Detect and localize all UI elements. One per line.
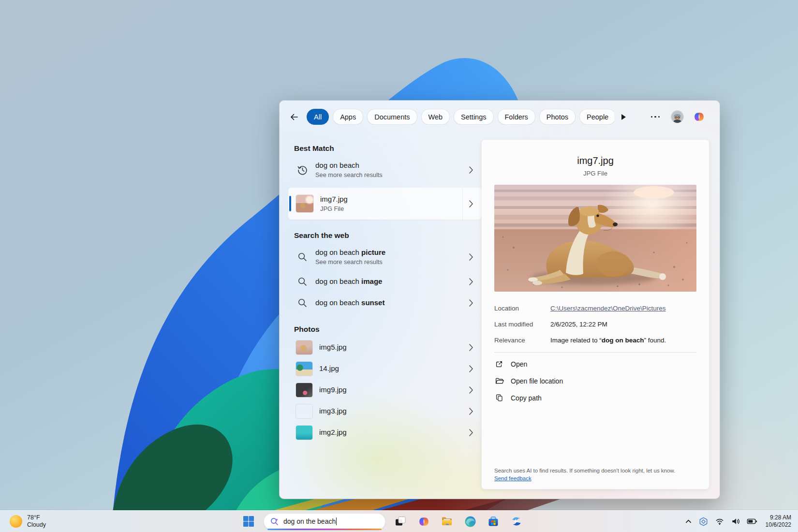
- edge-icon: [464, 516, 476, 528]
- action-open-file-location[interactable]: Open file location: [494, 372, 696, 389]
- copilot-taskbar-button[interactable]: [415, 513, 432, 530]
- expand-result-button[interactable]: [462, 188, 479, 220]
- tab-settings[interactable]: Settings: [454, 109, 493, 125]
- microsoft-store-button[interactable]: [485, 513, 502, 530]
- detail-label: Location: [494, 304, 550, 313]
- suggestion-subtitle: See more search results: [315, 258, 463, 266]
- tab-web[interactable]: Web: [421, 109, 450, 125]
- web-suggestion-sunset[interactable]: dog on beach sunset: [288, 292, 481, 313]
- detail-label: Last modified: [494, 320, 550, 329]
- copilot-icon[interactable]: [693, 111, 705, 123]
- expand-photo-button[interactable]: [463, 337, 479, 358]
- search-filter-tab-bar: All Apps Documents Web Settings Folders …: [280, 101, 720, 128]
- more-options-button[interactable]: [649, 114, 662, 120]
- action-copy-path[interactable]: Copy path: [494, 389, 696, 406]
- photos-header: Photos: [294, 325, 481, 334]
- detail-value: 2/6/2025, 12:22 PM: [550, 320, 607, 329]
- tab-all[interactable]: All: [307, 109, 329, 125]
- volume-icon[interactable]: [731, 517, 740, 526]
- system-tray: 9:28 AM 10/6/2022: [683, 511, 793, 532]
- wifi-icon[interactable]: [715, 517, 724, 526]
- tab-people[interactable]: People: [579, 109, 614, 125]
- chevron-right-icon: [469, 386, 473, 394]
- photo-result-img3[interactable]: img3.jpg: [288, 400, 481, 422]
- img9-thumbnail: [296, 383, 312, 397]
- expand-suggestion-button[interactable]: [463, 243, 479, 271]
- search-icon: [297, 298, 308, 308]
- preview-filetype: JPG File: [494, 170, 696, 177]
- web-suggestion-image[interactable]: dog on beach image: [288, 271, 481, 292]
- taskbar: 78°F Cloudy dog on t: [0, 510, 798, 532]
- copy-icon: [495, 394, 503, 402]
- web-suggestion-picture[interactable]: dog on beach picture See more search res…: [288, 243, 481, 271]
- battery-icon[interactable]: [747, 517, 757, 526]
- file-details: Location C:\Users\zacmendez\OneDrive\Pic…: [494, 304, 696, 345]
- edge-browser-button[interactable]: [462, 513, 478, 530]
- action-label: Open file location: [511, 377, 563, 385]
- send-feedback-link[interactable]: Send feedback: [494, 475, 532, 482]
- suggestion-completion: picture: [361, 248, 385, 256]
- location-link[interactable]: C:\Users\zacmendez\OneDrive\Pictures: [550, 304, 666, 313]
- photo-result-img5[interactable]: img5.jpg: [288, 337, 481, 358]
- result-dog-on-beach[interactable]: dog on beach See more search results: [288, 156, 481, 184]
- expand-photo-button[interactable]: [463, 379, 479, 400]
- user-avatar[interactable]: [671, 111, 683, 123]
- action-label: Copy path: [511, 394, 542, 402]
- clock[interactable]: 9:28 AM 10/6/2022: [766, 514, 791, 529]
- expand-photo-button[interactable]: [463, 422, 479, 443]
- weather-temperature: 78°F: [27, 514, 46, 521]
- expand-suggestion-button[interactable]: [463, 292, 479, 313]
- detail-label: Relevance: [494, 336, 550, 345]
- result-img7-selected[interactable]: img7.jpg JPG File: [288, 188, 481, 220]
- desktop: All Apps Documents Web Settings Folders …: [0, 0, 798, 532]
- taskbar-search-input[interactable]: dog on the beach: [264, 513, 385, 530]
- photo-result-img2[interactable]: img2.jpg: [288, 422, 481, 443]
- detail-row-relevance: Relevance Image related to “dog on beach…: [494, 336, 696, 345]
- chevron-right-icon: [469, 166, 473, 174]
- disclaimer-text: Search uses AI to find results. If somet…: [494, 468, 675, 473]
- m365-copilot-button[interactable]: [508, 513, 525, 530]
- taskbar-center: dog on the beach: [240, 511, 525, 532]
- preview-image-dog-on-beach[interactable]: [494, 185, 696, 292]
- suggestion-prefix: dog on beach: [315, 277, 361, 285]
- tray-chevron-up-icon[interactable]: [685, 518, 692, 525]
- dog-photo-render: [494, 185, 696, 292]
- detail-row-location: Location C:\Users\zacmendez\OneDrive\Pic…: [494, 304, 696, 313]
- search-results-area: Best Match dog on beach See more search: [280, 128, 720, 499]
- chevron-right-icon: [469, 253, 473, 261]
- expand-photo-button[interactable]: [463, 358, 479, 379]
- text-caret: [336, 517, 337, 525]
- avatar-image: [671, 111, 683, 123]
- photo-result-14[interactable]: 14.jpg: [288, 358, 481, 379]
- photo-title: 14.jpg: [319, 364, 463, 373]
- tab-folders[interactable]: Folders: [498, 109, 535, 125]
- history-icon: [296, 164, 309, 176]
- photo-result-img9[interactable]: img9.jpg: [288, 379, 481, 400]
- suggestion-completion: image: [361, 277, 382, 285]
- chevron-right-icon: [469, 408, 473, 415]
- back-button[interactable]: [286, 109, 302, 125]
- scroll-right-arrow-icon: [621, 114, 626, 120]
- task-view-button[interactable]: [392, 513, 409, 530]
- action-open[interactable]: Open: [494, 355, 696, 372]
- bing-search-icon: [270, 517, 279, 526]
- divider: [494, 352, 696, 353]
- tab-documents[interactable]: Documents: [367, 109, 417, 125]
- tab-photos[interactable]: Photos: [539, 109, 576, 125]
- task-view-icon: [394, 515, 407, 528]
- suggestion-prefix: dog on beach: [315, 248, 361, 256]
- tab-scroll-right-button[interactable]: [619, 113, 628, 121]
- photo-title: img9.jpg: [319, 385, 463, 395]
- arrow-left-icon: [289, 112, 299, 122]
- weather-widget[interactable]: 78°F Cloudy: [7, 511, 49, 532]
- file-explorer-button[interactable]: [439, 513, 455, 530]
- result-subtitle: See more search results: [315, 171, 463, 179]
- expand-suggestion-button[interactable]: [463, 271, 479, 292]
- dev-hexagon-tray-icon[interactable]: [698, 517, 709, 527]
- search-icon: [297, 277, 308, 287]
- expand-photo-button[interactable]: [463, 400, 479, 422]
- start-button[interactable]: [240, 513, 257, 530]
- chevron-right-icon: [469, 200, 473, 207]
- expand-result-button[interactable]: [463, 156, 479, 184]
- tab-apps[interactable]: Apps: [333, 109, 363, 125]
